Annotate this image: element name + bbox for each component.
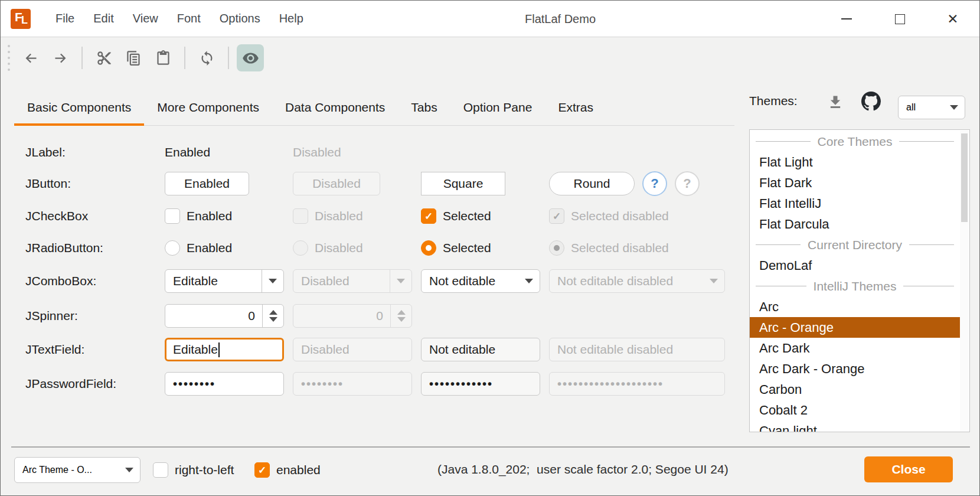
minimize-button[interactable] (820, 1, 873, 37)
spinner-enabled-value[interactable]: 0 (165, 305, 262, 327)
spinner-arrows[interactable] (262, 305, 283, 327)
menu-file[interactable]: File (46, 1, 84, 37)
title-bar: FL File Edit View Font Options Help Flat… (1, 1, 979, 37)
theme-combobox[interactable]: Arc Theme - O... (14, 457, 141, 483)
copy-button[interactable] (120, 44, 147, 71)
jbutton-row-label: JButton: (25, 177, 156, 191)
menu-options[interactable]: Options (210, 1, 270, 37)
chevron-down-icon[interactable] (262, 270, 283, 292)
maximize-button[interactable] (873, 1, 926, 37)
close-button[interactable]: Close (864, 456, 953, 482)
theme-item-carbon[interactable]: Carbon (750, 379, 960, 400)
menu-font[interactable]: Font (168, 1, 210, 37)
textfield-editable-value: Editable (173, 342, 218, 357)
combobox-not-editable-value: Not editable (422, 274, 518, 288)
jlabel-enabled: Enabled (165, 145, 284, 159)
theme-item-arc-dark-orange[interactable]: Arc Dark - Orange (750, 358, 960, 379)
status-info-text: (Java 1.8.0_202; user scale factor 2.0; … (437, 462, 729, 477)
enabled-button[interactable]: Enabled (165, 172, 249, 195)
menu-view[interactable]: View (123, 1, 168, 37)
paste-button[interactable] (149, 44, 177, 71)
github-icon (861, 92, 881, 111)
theme-item-demolaf[interactable]: DemoLaf (750, 255, 960, 276)
toolbar-separator (228, 47, 229, 69)
radio-enabled-label: Enabled (187, 241, 232, 255)
themes-filter-value: all (899, 102, 943, 113)
checkbox-enabled[interactable] (165, 208, 180, 224)
theme-item-arc-dark[interactable]: Arc Dark (750, 338, 960, 358)
close-window-button[interactable]: ✕ (926, 1, 979, 37)
jcombobox-row: JComboBox: Editable Disabled Not editabl… (25, 269, 725, 293)
theme-item-flat-dark[interactable]: Flat Dark (750, 172, 960, 193)
help-button[interactable]: ? (642, 171, 667, 196)
spinner-enabled[interactable]: 0 (165, 304, 284, 328)
jradiobutton-row: JRadioButton: Enabled Disabled Selected … (25, 236, 725, 260)
cut-button[interactable] (90, 44, 117, 71)
textfield-editable[interactable]: Editable (165, 338, 284, 361)
theme-item-arc-orange[interactable]: Arc - Orange (750, 317, 960, 338)
github-button[interactable] (861, 92, 881, 113)
combobox-not-editable-disabled-value: Not editable disabled (550, 274, 703, 288)
themes-scrollbar[interactable] (960, 130, 969, 431)
chevron-down-icon[interactable] (518, 270, 540, 292)
textfield-not-editable-disabled: Not editable disabled (549, 338, 725, 361)
themes-list: Core Themes Flat Light Flat Dark Flat In… (749, 129, 970, 432)
chevron-down-icon[interactable] (118, 458, 140, 482)
jtextfield-row-label: JTextField: (25, 342, 156, 357)
radio-disabled-label: Disabled (315, 241, 363, 255)
tab-more-components[interactable]: More Components (144, 89, 272, 125)
radio-enabled[interactable] (165, 240, 180, 256)
app-logo-icon: FL (11, 9, 31, 29)
menu-help[interactable]: Help (270, 1, 313, 37)
toolbar-drag-grip[interactable] (8, 45, 10, 71)
tab-strip: Basic Components More Components Data Co… (14, 89, 734, 126)
theme-item-flat-darcula[interactable]: Flat Darcula (750, 214, 960, 234)
theme-item-flat-intellij[interactable]: Flat IntelliJ (750, 193, 960, 214)
back-arrow-icon (23, 50, 39, 66)
tab-basic-components[interactable]: Basic Components (14, 89, 144, 125)
textfield-disabled-value: Disabled (301, 342, 349, 357)
theme-item-cyan-light[interactable]: Cyan light (750, 420, 960, 432)
window-title: FlatLaf Demo (525, 1, 596, 37)
password-dots: •••••••••••• (429, 377, 493, 391)
theme-item-arc[interactable]: Arc (750, 296, 960, 317)
disabled-button: Disabled (293, 172, 380, 195)
passwordfield-not-editable[interactable]: •••••••••••• (421, 372, 540, 396)
tab-extras[interactable]: Extras (545, 89, 606, 125)
textfield-not-editable[interactable]: Not editable (421, 338, 540, 361)
combobox-editable[interactable]: Editable (165, 269, 284, 293)
menu-edit[interactable]: Edit (84, 1, 123, 37)
theme-item-flat-light[interactable]: Flat Light (750, 152, 960, 172)
back-button[interactable] (17, 44, 44, 71)
combobox-editable-value: Editable (165, 274, 262, 288)
tab-data-components[interactable]: Data Components (272, 89, 398, 125)
refresh-button[interactable] (193, 44, 220, 71)
download-icon (827, 94, 844, 110)
forward-button[interactable] (47, 44, 74, 71)
checkbox-selected[interactable]: ✓ (421, 208, 436, 224)
combobox-not-editable[interactable]: Not editable (421, 269, 540, 293)
enabled-checkbox[interactable]: ✓ (254, 462, 270, 478)
right-to-left-checkbox[interactable] (153, 462, 168, 478)
radio-selected[interactable] (421, 240, 436, 256)
passwordfield-editable[interactable]: •••••••• (165, 372, 284, 396)
theme-item-cobalt-2[interactable]: Cobalt 2 (750, 400, 960, 420)
jlabel-disabled: Disabled (293, 145, 412, 159)
show-hover-effects-toggle[interactable] (237, 44, 264, 71)
tab-tabs[interactable]: Tabs (398, 89, 450, 125)
chevron-down-icon[interactable] (943, 96, 965, 119)
square-button[interactable]: Square (421, 172, 505, 195)
scrollbar-thumb[interactable] (961, 133, 968, 222)
jspinner-row-label: JSpinner: (25, 309, 156, 323)
minimize-icon (841, 18, 852, 19)
themes-label: Themes: (749, 94, 798, 108)
textfield-not-editable-value: Not editable (429, 342, 495, 357)
tab-option-pane[interactable]: Option Pane (450, 89, 545, 125)
themes-filter-combobox[interactable]: all (898, 96, 965, 119)
checkbox-enabled-label: Enabled (187, 209, 232, 223)
checkbox-disabled (293, 208, 308, 224)
combobox-disabled-value: Disabled (293, 274, 390, 288)
themes-separator-intellij: IntelliJ Themes (750, 276, 960, 296)
round-button[interactable]: Round (549, 172, 635, 195)
download-themes-button[interactable] (827, 94, 844, 113)
